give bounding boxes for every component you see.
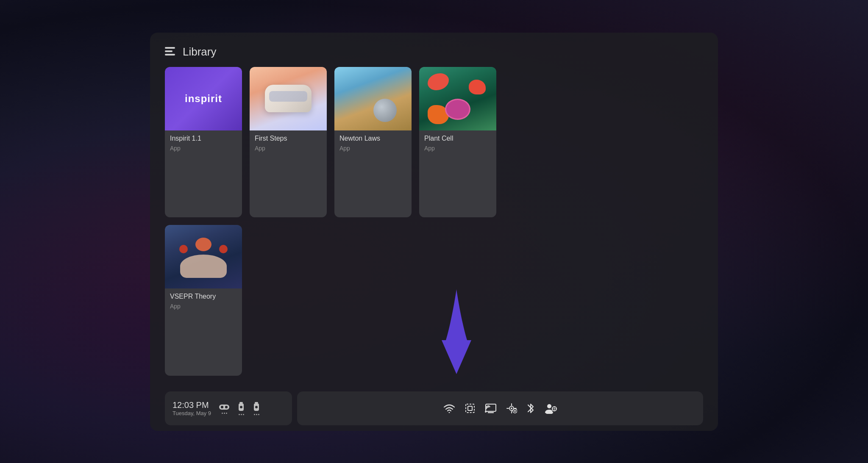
library-title: Library [183,45,216,58]
inspirit-thumbnail-bg: inspirit [165,67,242,130]
arrow-annotation [429,285,484,380]
app-card-vsepr[interactable]: VSEPR Theory App [165,225,242,376]
taskbar-right-panel [297,391,703,425]
firststeps-info: First Steps App [250,130,327,157]
controller-left-dots [239,414,244,415]
main-window: Library inspirit Inspirit 1.1 App [150,33,718,431]
inspirit-info: Inspirit 1.1 App [165,130,242,157]
cast-icon[interactable] [485,403,497,413]
plantcell-thumbnail-bg [419,67,496,130]
app-thumbnail-newtonlaws [334,67,412,130]
svg-point-15 [511,408,512,409]
arrow-svg [429,285,484,378]
svg-rect-11 [468,406,472,410]
camera-settings-icon[interactable] [506,403,517,414]
plantcell-blob2 [469,80,486,94]
inspirit-type: App [170,145,237,152]
account-settings-icon[interactable] [544,403,557,414]
plantcell-name: Plant Cell [424,135,491,142]
svg-rect-10 [466,404,474,413]
wifi-svg [443,404,455,413]
boundary-svg [465,403,476,414]
app-thumbnail-plantcell [419,67,496,130]
plantcell-blob1 [428,73,449,90]
time-text: 12:03 PM [172,400,211,410]
vsepr-info: VSEPR Theory App [165,288,242,315]
taskbar-left-panel: 12:03 PM Tuesday, May 9 [165,391,292,425]
time-display: 12:03 PM Tuesday, May 9 [172,400,211,416]
svg-rect-6 [255,402,258,403]
svg-point-18 [547,404,551,408]
vsepr-center-atom [195,238,211,251]
headset-shape [265,85,312,112]
newtonlaws-type: App [339,145,406,152]
firststeps-name: First Steps [255,135,322,142]
vsepr-ball-right [219,245,228,253]
vsepr-scene [176,236,231,278]
plantcell-type: App [424,145,491,152]
bluetooth-svg [526,402,535,414]
vsepr-ball-left [179,245,188,253]
controller-left-icon[interactable] [237,402,245,415]
app-thumbnail-inspirit: inspirit [165,67,242,130]
vsepr-thumbnail-bg [165,225,242,288]
boundary-icon[interactable] [465,403,476,414]
svg-point-17 [514,410,516,412]
app-card-plantcell[interactable]: Plant Cell App [419,67,496,218]
app-thumbnail-firststeps [250,67,327,130]
app-card-firststeps[interactable]: First Steps App [250,67,327,218]
inspirit-logo-text: inspirit [185,93,222,105]
cast-svg [485,403,497,413]
controller-right-icon[interactable] [253,402,260,415]
vsepr-name: VSEPR Theory [170,293,237,300]
firststeps-thumbnail-bg [250,67,327,130]
inspirit-name: Inspirit 1.1 [170,135,237,142]
plantcell-info: Plant Cell App [419,130,496,157]
library-icon [165,47,177,56]
controller-right-dots [254,414,259,415]
bluetooth-icon[interactable] [526,402,535,414]
vr-headset-icon[interactable] [219,403,230,414]
svg-point-9 [449,412,450,413]
newtonlaws-name: Newton Laws [339,135,406,142]
svg-point-5 [240,406,242,408]
svg-rect-3 [239,402,243,403]
controller-right-svg [253,402,260,412]
date-text: Tuesday, May 9 [172,410,211,416]
svg-point-13 [485,411,487,413]
library-header: Library [165,45,703,58]
camera-settings-svg [506,403,517,414]
app-card-newtonlaws[interactable]: Newton Laws App [334,67,412,218]
newton-thumbnail-bg [334,67,412,130]
app-thumbnail-vsepr [165,225,242,288]
svg-point-21 [554,408,555,410]
wifi-icon[interactable] [443,404,455,413]
account-settings-svg [544,403,557,414]
taskbar: 12:03 PM Tuesday, May 9 [150,386,718,431]
vr-dots [222,413,227,414]
plantcell-nucleus [445,99,470,120]
svg-rect-2 [225,406,228,408]
app-card-inspirit[interactable]: inspirit Inspirit 1.1 App [165,67,242,218]
newtonlaws-info: Newton Laws App [334,130,412,157]
vr-headset-svg [219,403,230,411]
firststeps-type: App [255,145,322,152]
svg-point-8 [255,406,258,408]
controller-left-svg [237,402,245,412]
vsepr-type: App [170,303,237,310]
svg-rect-0 [219,405,229,410]
newton-ball [373,99,397,122]
svg-rect-1 [221,406,223,408]
vsepr-table-surface [180,255,227,278]
